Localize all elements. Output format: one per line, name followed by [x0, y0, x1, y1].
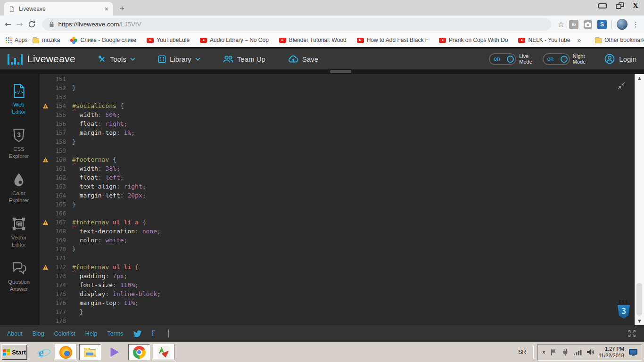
code-line[interactable]: 159 [40, 146, 635, 155]
code-line[interactable]: 156 float: right; [40, 119, 635, 128]
sidebar-item-css-explorer[interactable]: 3CSSExplorer [0, 122, 38, 166]
menu-item-library[interactable]: Library [158, 55, 200, 63]
login-button[interactable]: Login [604, 54, 636, 64]
tab-close-icon[interactable]: × [105, 6, 108, 12]
footer-link-help[interactable]: Help [85, 330, 98, 337]
profile-avatar[interactable] [617, 19, 627, 30]
twitter-icon[interactable] [133, 330, 141, 337]
sidebar-item-question-answer[interactable]: QuestionAnswer [0, 255, 38, 299]
sidebar-item-color-explorer[interactable]: ColorExplorer [0, 166, 38, 211]
footer-link-blog[interactable]: Blog [33, 330, 44, 337]
bookmark-item[interactable]: YouTubeLule [147, 37, 190, 43]
code-line[interactable]: 155 width: 50%; [40, 110, 635, 119]
code-line[interactable]: 151 [40, 74, 635, 83]
liveweave-logo-icon[interactable] [8, 53, 23, 65]
toggle-knob[interactable] [561, 56, 568, 63]
apps-shortcut[interactable]: Apps [6, 37, 27, 43]
extension-tb-icon[interactable]: tb [569, 20, 578, 29]
editor-scrollbar[interactable]: ▲ ▼ [635, 74, 644, 325]
taskbar-file-explorer[interactable] [79, 344, 101, 360]
reload-button[interactable] [28, 20, 36, 28]
scrollbar-track[interactable] [635, 82, 644, 317]
code-line[interactable]: 169 color: white; [40, 236, 635, 245]
expand-fullscreen-icon[interactable] [627, 329, 636, 338]
extension-camera-icon[interactable] [583, 20, 593, 29]
css-code-editor[interactable]: 151152}153!154#socialicons {155 width: 5… [38, 74, 635, 325]
code-line[interactable]: 174 font-size: 110%; [40, 280, 635, 289]
code-line[interactable]: 166 [40, 209, 635, 218]
code-line[interactable]: 177 } [40, 307, 635, 316]
network-signal-icon[interactable] [573, 349, 582, 356]
window-restore-button[interactable] [616, 2, 624, 9]
bookmark-item[interactable]: Prank on Cops With Do [439, 37, 508, 43]
footer-link-colorlist[interactable]: Colorlist [54, 330, 75, 337]
pane-splitter[interactable] [0, 69, 644, 74]
other-bookmarks-folder[interactable]: Other bookmarks [595, 37, 644, 43]
code-line[interactable]: 158} [40, 137, 635, 146]
menu-item-teamup[interactable]: Team Up [223, 55, 265, 63]
code-line[interactable]: !154#socialicons { [40, 101, 635, 110]
extension-s-icon[interactable]: S [597, 20, 607, 29]
power-plug-icon[interactable] [561, 348, 569, 356]
menu-item-tools[interactable]: Tools [98, 55, 135, 63]
footer-link-terms[interactable]: Terms [107, 330, 124, 337]
taskbar-firefox[interactable] [55, 344, 76, 360]
bookmark-item[interactable]: Audio Library – No Cop [200, 37, 269, 43]
scrollbar-thumb[interactable] [636, 283, 642, 316]
language-indicator[interactable]: SR [515, 349, 529, 355]
taskbar-media-player[interactable] [104, 344, 125, 360]
code-line[interactable]: 171 [40, 254, 635, 263]
new-tab-button[interactable]: + [120, 4, 124, 12]
tray-expand-chevron[interactable]: » [540, 350, 547, 354]
code-line[interactable]: 176 margin-top: 11%; [40, 298, 635, 307]
window-close-button[interactable]: X [633, 2, 638, 9]
code-line[interactable]: 170} [40, 245, 635, 254]
start-button[interactable]: Start [1, 344, 27, 360]
bookmarks-overflow-chevron[interactable]: » [577, 36, 581, 44]
code-line[interactable]: 173 padding: 7px; [40, 272, 635, 280]
footer-link-about[interactable]: About [7, 330, 23, 337]
bookmark-item[interactable]: How to Add Fast Black F [357, 37, 429, 43]
taskbar-internet-explorer[interactable]: e [30, 344, 52, 360]
toggle-knob[interactable] [507, 56, 514, 63]
sidebar-item-vector-editor[interactable]: VectorEditor [0, 211, 38, 255]
brand-name[interactable]: Liveweave [27, 53, 75, 65]
taskbar-chrome[interactable] [128, 344, 150, 360]
display-monitor-icon[interactable] [628, 348, 638, 356]
action-center-flag-icon[interactable] [550, 348, 557, 356]
sidebar-item-web-editor[interactable]: </>WebEditor [0, 78, 38, 122]
taskbar-download-manager[interactable] [153, 344, 174, 360]
bookmark-star-icon[interactable]: ☆ [558, 20, 564, 29]
window-minimize-button[interactable] [598, 3, 607, 8]
live-mode-toggle[interactable]: on LiveMode [489, 53, 532, 65]
collapse-pane-icon[interactable] [617, 81, 626, 90]
browser-menu-icon[interactable]: ⋮ [632, 20, 639, 29]
scroll-up-arrow[interactable]: ▲ [638, 74, 641, 82]
bookmark-item[interactable]: Слике - Google слике [70, 37, 136, 44]
code-line[interactable]: !167#footernav ul li a { [40, 218, 635, 227]
splitter-drag-handle[interactable] [330, 70, 351, 73]
forward-button[interactable]: → [16, 20, 23, 28]
speaker-volume-icon[interactable] [586, 348, 594, 356]
menu-item-save[interactable]: Save [288, 55, 318, 63]
code-line[interactable]: 175 display: inline-block; [40, 289, 635, 298]
code-line[interactable]: 153 [40, 92, 635, 101]
browser-tab[interactable]: Liveweave × [4, 2, 113, 16]
taskbar-clock[interactable]: 1:27 PM 11/22/2018 [599, 346, 624, 359]
code-line[interactable]: 168 text-decoration: none; [40, 227, 635, 236]
code-line[interactable]: 165} [40, 200, 635, 209]
address-bar[interactable]: https://liveweave.com/LJ5VtV [42, 18, 551, 31]
code-line[interactable]: !172#footernav ul li { [40, 263, 635, 272]
bookmark-item[interactable]: NELK - YouTube [518, 37, 570, 43]
code-line[interactable]: 162 float: left; [40, 173, 635, 182]
facebook-icon[interactable]: f [151, 330, 155, 337]
code-line[interactable]: 163 text-align: right; [40, 182, 635, 191]
night-mode-toggle[interactable]: on NightMode [543, 53, 586, 65]
code-line[interactable]: 152} [40, 83, 635, 92]
code-line[interactable]: 157 margin-top: 1%; [40, 128, 635, 137]
code-line[interactable]: !160#footernav { [40, 155, 635, 164]
code-line[interactable]: 178 [40, 316, 635, 325]
bookmark-item[interactable]: Blender Tutorial: Wood [279, 37, 347, 43]
code-line[interactable]: 164 margin-left: 20px; [40, 191, 635, 200]
code-line[interactable]: 161 width: 38%; [40, 164, 635, 173]
